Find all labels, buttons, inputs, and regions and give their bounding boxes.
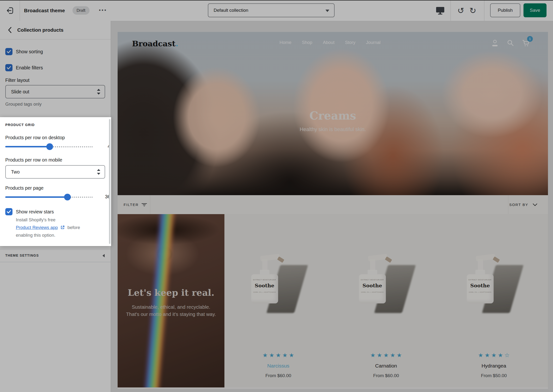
enable-filters-checkbox[interactable]	[5, 64, 13, 71]
cart-button[interactable]: 1	[522, 39, 530, 47]
store-logo[interactable]: Broadcast.	[132, 39, 178, 48]
section-title: Collection products	[17, 21, 63, 39]
star-filled-icon: ★	[289, 352, 294, 359]
star-filled-icon: ★	[491, 352, 497, 359]
review-stars-checkbox[interactable]	[5, 208, 13, 215]
undo-icon: ↺	[457, 6, 464, 15]
redo-icon: ↻	[470, 6, 477, 15]
star-filled-icon: ★	[478, 352, 484, 359]
bottle-label-name: Soothe	[470, 283, 490, 288]
external-link-icon	[61, 225, 65, 230]
star-filled-icon: ★	[384, 352, 389, 359]
overflow-menu-button[interactable]: •••	[99, 0, 107, 21]
product-name-link[interactable]: Narcissus	[224, 363, 332, 369]
product-zone: EXTRACT MOISTURIZER Soothe 100ML OIL + A…	[224, 214, 548, 387]
undo-button[interactable]: ↺	[456, 6, 466, 15]
filter-button[interactable]: FILTER	[124, 195, 147, 214]
show-sorting-label: Show sorting	[16, 49, 43, 55]
slider-thumb[interactable]	[64, 194, 71, 200]
collection-selector[interactable]: Default collection	[208, 3, 335, 17]
bottle-label-name: Soothe	[362, 283, 382, 288]
sidebar-scrollbar[interactable]	[109, 119, 111, 244]
theme-settings-label: THEME SETTINGS	[5, 249, 39, 262]
star-filled-icon: ★	[498, 352, 503, 359]
product-name-link[interactable]: Hydrangea	[440, 363, 548, 369]
star-filled-icon: ★	[377, 352, 382, 359]
rainbow-light-streak	[145, 214, 175, 387]
row-desktop-slider[interactable]: 4	[5, 143, 105, 150]
product-reviews-app-link[interactable]: Product Reviews app	[16, 225, 58, 230]
star-filled-icon: ★	[390, 352, 395, 359]
show-sorting-checkbox[interactable]	[5, 48, 13, 55]
toolbar-divider	[508, 195, 508, 214]
account-button[interactable]	[491, 39, 498, 47]
product-card[interactable]: EXTRACT MOISTURIZER Soothe 100ML OIL + A…	[440, 214, 548, 387]
select-updown-icon	[97, 169, 101, 175]
storefront-preview: Broadcast. Home Shop About Story Journal	[118, 32, 548, 389]
row-mobile-select[interactable]: Two	[5, 165, 105, 179]
enable-filters-label: Enable filters	[16, 65, 43, 70]
sidebar-header: Collection products	[0, 21, 111, 39]
star-filled-icon: ★	[276, 352, 281, 359]
review-stars: ★★★★★	[332, 352, 440, 359]
review-stars-row: Show review stars	[5, 208, 54, 215]
row-mobile-value: Two	[11, 166, 20, 178]
theme-title: Broadcast theme	[24, 0, 65, 21]
bottle-pump-nozzle	[385, 256, 392, 263]
product-name-link[interactable]: Carnation	[332, 363, 440, 369]
bottle-body: EXTRACT MOISTURIZER Soothe 100ML OIL + A…	[467, 274, 493, 303]
store-nav: Home Shop About Story Journal	[272, 40, 388, 45]
product-card[interactable]: EXTRACT MOISTURIZER Soothe 100ML OIL + A…	[332, 214, 440, 387]
sidebar-lower-bg	[0, 246, 111, 392]
product-grid-panel: PRODUCT GRID Products per row on desktop…	[0, 117, 111, 246]
collapse-arrow-icon	[103, 254, 105, 257]
nav-journal[interactable]: Journal	[366, 40, 381, 45]
star-filled-icon: ★	[370, 352, 376, 359]
filter-layout-select[interactable]: Slide out	[5, 85, 105, 98]
sort-by-button[interactable]: SORT BY	[509, 195, 537, 214]
collection-title: Creams	[118, 109, 548, 122]
desktop-icon	[436, 6, 445, 15]
bottle-label-bottom: 100ML OIL + ADAPTOGENS	[469, 291, 491, 293]
save-button[interactable]: Save	[524, 3, 546, 17]
bottle-body: EXTRACT MOISTURIZER Soothe 100ML OIL + A…	[359, 274, 386, 303]
window-top-edge	[0, 0, 553, 0]
star-filled-icon: ★	[397, 352, 402, 359]
nav-story[interactable]: Story	[345, 40, 355, 45]
nav-about[interactable]: About	[323, 40, 334, 45]
review-help-line2: Product Reviews app before	[16, 225, 80, 230]
bottle-pump-head	[260, 254, 280, 261]
bottle-label-bottom: 100ML OIL + ADAPTOGENS	[361, 291, 384, 293]
filter-label: FILTER	[124, 203, 139, 207]
bottle-pump-head	[368, 254, 387, 261]
filter-layout-value: Slide out	[11, 85, 29, 98]
slider-thumb[interactable]	[46, 143, 53, 150]
theme-settings-toggle[interactable]: THEME SETTINGS	[0, 249, 111, 262]
publish-button[interactable]: Publish	[490, 3, 520, 17]
collection-selector-value: Default collection	[214, 4, 249, 17]
back-button[interactable]	[5, 25, 14, 35]
collection-subtitle: Healthy skin is beautiful skin.	[118, 126, 548, 133]
redo-button[interactable]: ↻	[468, 6, 478, 15]
sort-by-label: SORT BY	[509, 203, 528, 207]
bottle-label-top: EXTRACT MOISTURIZER	[253, 279, 276, 281]
product-image-bottle: EXTRACT MOISTURIZER Soothe 100ML OIL + A…	[354, 246, 409, 313]
search-button[interactable]	[507, 39, 514, 46]
exit-icon	[6, 7, 14, 15]
per-page-slider[interactable]: 36	[5, 194, 105, 201]
exit-editor-button[interactable]	[0, 0, 20, 21]
promo-tile[interactable]: Let's keep it real. Sustainable, ethical…	[118, 214, 224, 387]
bottle-collar	[475, 270, 485, 275]
nav-home[interactable]: Home	[280, 40, 291, 45]
nav-shop[interactable]: Shop	[302, 40, 312, 45]
enable-filters-row: Enable filters	[5, 64, 43, 71]
filter-layout-label: Filter layout	[5, 77, 29, 83]
promo-body: Sustainable, ethical, and recyclable. Th…	[125, 303, 217, 318]
review-help-line3: enabling this option.	[16, 233, 55, 238]
product-card[interactable]: EXTRACT MOISTURIZER Soothe 100ML OIL + A…	[224, 214, 332, 387]
review-help-line1: Install Shopify's free	[16, 217, 55, 223]
bottle-collar	[260, 270, 269, 275]
device-preview-button[interactable]	[435, 6, 445, 15]
logo-dot: .	[175, 39, 178, 48]
hero-image: Broadcast. Home Shop About Story Journal	[118, 32, 548, 195]
